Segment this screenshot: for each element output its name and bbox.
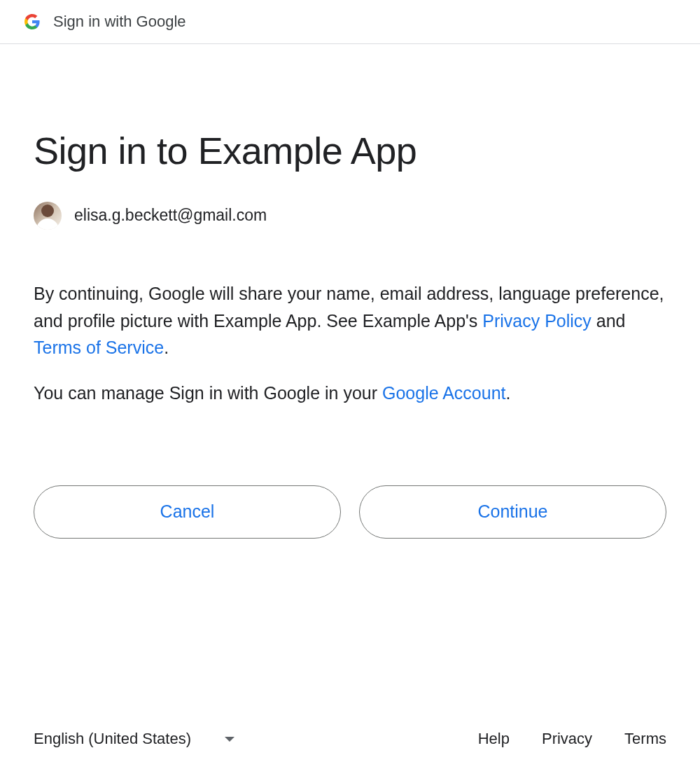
language-selector[interactable]: English (United States) [34, 730, 234, 748]
header-bar: Sign in with Google [0, 0, 700, 44]
manage-text: You can manage Sign in with Google in yo… [34, 380, 666, 407]
header-title: Sign in with Google [53, 13, 186, 31]
consent-and: and [592, 311, 626, 331]
account-email: elisa.g.beckett@gmail.com [74, 206, 267, 225]
button-row: Cancel Continue [34, 485, 666, 539]
avatar [34, 202, 62, 230]
privacy-policy-link[interactable]: Privacy Policy [482, 311, 592, 331]
chevron-down-icon [225, 737, 234, 742]
google-logo-icon [24, 13, 41, 30]
footer-links: Help Privacy Terms [478, 730, 666, 748]
account-row: elisa.g.beckett@gmail.com [34, 202, 666, 230]
manage-prefix: You can manage Sign in with Google in yo… [34, 383, 382, 403]
terms-of-service-link[interactable]: Terms of Service [34, 338, 164, 357]
cancel-button[interactable]: Cancel [34, 485, 341, 539]
continue-button[interactable]: Continue [359, 485, 666, 539]
help-link[interactable]: Help [478, 730, 510, 748]
manage-period: . [506, 383, 511, 403]
terms-link[interactable]: Terms [624, 730, 666, 748]
page-title: Sign in to Example App [34, 128, 666, 174]
language-label: English (United States) [34, 730, 191, 748]
consent-text: By continuing, Google will share your na… [34, 280, 666, 361]
main-content: Sign in to Example App elisa.g.beckett@g… [0, 44, 700, 539]
consent-period: . [164, 338, 169, 357]
google-account-link[interactable]: Google Account [382, 383, 506, 403]
footer: English (United States) Help Privacy Ter… [34, 730, 666, 748]
privacy-link[interactable]: Privacy [542, 730, 592, 748]
